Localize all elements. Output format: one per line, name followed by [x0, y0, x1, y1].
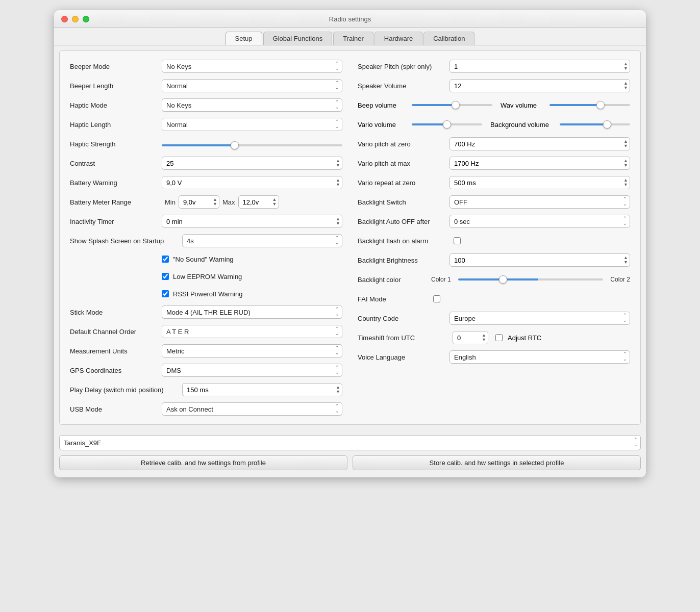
- tab-trainer[interactable]: Trainer: [333, 32, 373, 45]
- backlight-brightness-input[interactable]: [449, 253, 630, 267]
- country-code-row: Country Code Europe: [358, 311, 630, 325]
- adjust-rtc-checkbox[interactable]: [495, 334, 503, 341]
- fai-mode-checkbox[interactable]: [433, 295, 440, 302]
- rssi-label: RSSI Poweroff Warning: [173, 290, 265, 298]
- vario-volume-slider[interactable]: [412, 123, 482, 125]
- inactivity-timer-input[interactable]: [162, 215, 342, 228]
- stick-mode-label: Stick Mode: [70, 309, 162, 316]
- store-button[interactable]: Store calib. and hw settings in selected…: [353, 455, 641, 470]
- haptic-length-row: Haptic Length Normal: [70, 117, 342, 132]
- beep-volume-slider[interactable]: [412, 104, 492, 106]
- gps-row: GPS Coordinates DMS: [70, 363, 342, 377]
- backlight-switch-label: Backlight Switch: [358, 198, 449, 206]
- vario-pitch-zero-arrows[interactable]: ▲▼: [623, 139, 628, 148]
- speaker-volume-arrows[interactable]: ▲▼: [623, 81, 628, 90]
- minimize-button[interactable]: [72, 16, 79, 22]
- stick-mode-select[interactable]: Mode 4 (AIL THR ELE RUD): [162, 305, 342, 319]
- backlight-auto-select[interactable]: 0 sec: [449, 215, 630, 228]
- usb-mode-select[interactable]: Ask on Connect: [162, 402, 342, 416]
- settings-content: Beeper Mode No Keys Beeper Length Normal: [59, 50, 641, 425]
- backlight-color-slider[interactable]: [458, 278, 604, 280]
- contrast-input[interactable]: [162, 157, 342, 170]
- battery-max-arrows[interactable]: ▲▼: [272, 197, 277, 207]
- inactivity-timer-row: Inactivity Timer ▲▼: [70, 214, 342, 228]
- tab-setup[interactable]: Setup: [226, 32, 262, 45]
- backlight-switch-select[interactable]: OFF: [449, 195, 630, 209]
- country-code-select[interactable]: Europe: [449, 312, 630, 325]
- haptic-strength-row: Haptic Strength: [70, 137, 342, 151]
- voice-language-select[interactable]: English: [449, 350, 630, 364]
- adjust-rtc-label: Adjust RTC: [508, 334, 541, 342]
- vario-pitch-max-input[interactable]: [449, 157, 630, 170]
- vario-repeat-zero-arrows[interactable]: ▲▼: [623, 178, 628, 187]
- splash-screen-select[interactable]: 4s: [182, 234, 342, 247]
- vario-pitch-zero-input[interactable]: [449, 137, 630, 150]
- splash-screen-label: Show Splash Screen on Startup: [70, 237, 182, 245]
- beeper-mode-select[interactable]: No Keys: [162, 60, 342, 73]
- measurement-select[interactable]: Metric: [162, 344, 342, 358]
- haptic-mode-label: Haptic Mode: [70, 101, 162, 109]
- tab-calibration[interactable]: Calibration: [423, 32, 474, 45]
- speaker-pitch-arrows[interactable]: ▲▼: [623, 62, 628, 71]
- no-sound-checkbox[interactable]: [162, 256, 169, 263]
- backlight-auto-label: Backlight Auto OFF after: [358, 218, 449, 225]
- retrieve-button[interactable]: Retrieve calib. and hw settings from pro…: [59, 455, 347, 470]
- rssi-checkbox[interactable]: [162, 290, 169, 297]
- beeper-mode-row: Beeper Mode No Keys: [70, 59, 342, 73]
- haptic-strength-slider[interactable]: [162, 144, 342, 146]
- haptic-mode-select[interactable]: No Keys: [162, 98, 342, 112]
- play-delay-arrows[interactable]: ▲▼: [336, 385, 340, 394]
- backlight-brightness-arrows[interactable]: ▲▼: [623, 256, 628, 265]
- vario-pitch-max-arrows[interactable]: ▲▼: [623, 159, 628, 168]
- backlight-flash-checkbox[interactable]: [454, 237, 461, 244]
- haptic-length-select[interactable]: Normal: [162, 118, 342, 131]
- maximize-button[interactable]: [83, 16, 89, 22]
- backlight-brightness-label: Backlight Brightness: [358, 257, 449, 264]
- vario-repeat-zero-input[interactable]: [449, 176, 630, 189]
- profile-row: Taranis_X9E: [59, 435, 641, 450]
- battery-warning-row: Battery Warning ▲▼: [70, 175, 342, 190]
- tab-bar: Setup Global Functions Trainer Hardware …: [54, 28, 646, 45]
- gps-label: GPS Coordinates: [70, 367, 162, 374]
- fai-mode-row: FAI Mode: [358, 292, 630, 306]
- wav-volume-slider[interactable]: [549, 104, 630, 106]
- vario-pitch-max-label: Vario pitch at max: [358, 160, 449, 167]
- play-delay-input[interactable]: [182, 383, 342, 396]
- low-eeprom-label: Low EEPROM Warning: [173, 273, 265, 280]
- timeshift-arrows[interactable]: ▲▼: [482, 333, 486, 342]
- stick-mode-row: Stick Mode Mode 4 (AIL THR ELE RUD): [70, 305, 342, 319]
- voice-language-row: Voice Language English: [358, 350, 630, 364]
- backlight-flash-row: Backlight flash on alarm: [358, 234, 630, 248]
- vario-pitch-zero-label: Vario pitch at zero: [358, 140, 449, 148]
- speaker-pitch-input[interactable]: [449, 60, 630, 73]
- battery-min-arrows[interactable]: ▲▼: [213, 197, 217, 207]
- contrast-arrows[interactable]: ▲▼: [336, 159, 340, 168]
- vario-pitch-zero-row: Vario pitch at zero ▲▼: [358, 137, 630, 151]
- gps-select[interactable]: DMS: [162, 364, 342, 377]
- vario-repeat-zero-row: Vario repeat at zero ▲▼: [358, 175, 630, 190]
- inactivity-arrows[interactable]: ▲▼: [336, 217, 340, 226]
- close-button[interactable]: [61, 16, 68, 22]
- battery-warning-arrows[interactable]: ▲▼: [336, 178, 340, 187]
- beeper-length-label: Beeper Length: [70, 82, 162, 90]
- backlight-flash-label: Backlight flash on alarm: [358, 237, 449, 245]
- battery-warning-input[interactable]: [162, 176, 342, 189]
- footer: Taranis_X9E Retrieve calib. and hw setti…: [54, 430, 646, 477]
- speaker-volume-input[interactable]: [449, 79, 630, 92]
- backlight-switch-row: Backlight Switch OFF: [358, 195, 630, 209]
- tab-global-functions[interactable]: Global Functions: [263, 32, 333, 45]
- profile-select[interactable]: Taranis_X9E: [59, 435, 641, 450]
- tab-hardware[interactable]: Hardware: [374, 32, 422, 45]
- beep-volume-label: Beep volume: [358, 101, 409, 109]
- low-eeprom-checkbox[interactable]: [162, 273, 169, 280]
- vario-repeat-zero-label: Vario repeat at zero: [358, 179, 449, 187]
- beeper-length-select[interactable]: Normal: [162, 79, 342, 92]
- battery-min-label: Min: [165, 198, 176, 206]
- channel-order-select[interactable]: A T E R: [162, 325, 342, 338]
- wav-volume-label: Wav volume: [501, 101, 546, 109]
- window-controls: [61, 16, 89, 22]
- volume-row-1: Beep volume Wav volume: [358, 98, 630, 112]
- splash-screen-row: Show Splash Screen on Startup 4s: [70, 234, 342, 248]
- bg-volume-slider[interactable]: [560, 123, 630, 125]
- timeshift-row: Timeshift from UTC ▲▼ Adjust RTC: [358, 330, 630, 345]
